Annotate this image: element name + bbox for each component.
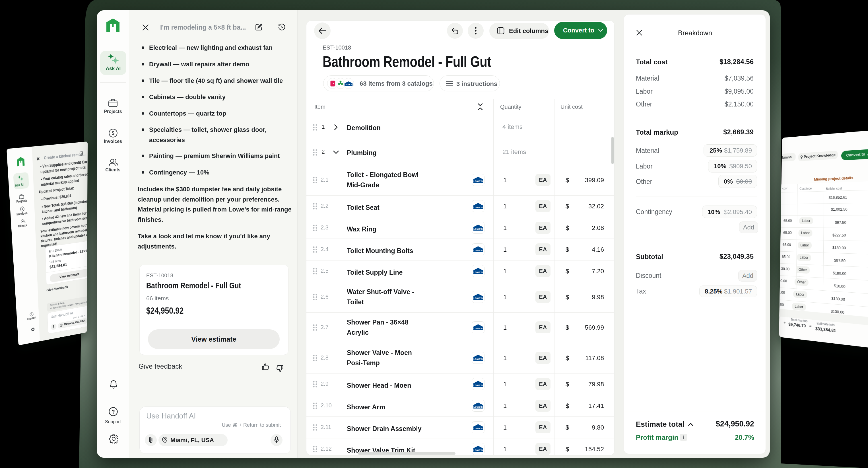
svg-text:?: ?	[112, 409, 115, 415]
svg-text:$: $	[22, 207, 23, 210]
svg-text:$: $	[112, 130, 115, 136]
svg-text:?: ?	[31, 313, 32, 316]
svg-text:LOWE'S: LOWE'S	[345, 83, 352, 85]
